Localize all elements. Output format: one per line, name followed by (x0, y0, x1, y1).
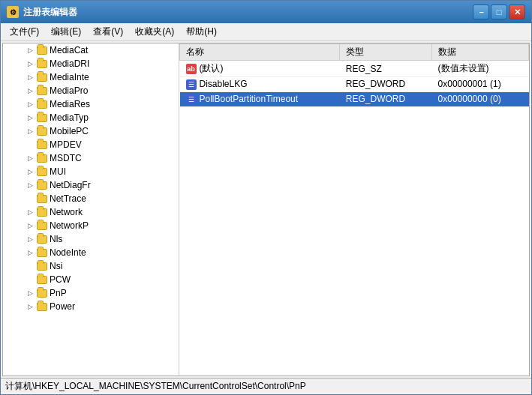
registry-editor-window: ⚙ 注册表编辑器 － □ ✕ 文件(F) 编辑(E) 查看(V) 收藏夹(A) … (0, 0, 532, 395)
folder-icon (36, 99, 48, 109)
registry-tree[interactable]: ▷MediaCat▷MediaDRI▷MediaInte▷MediaPro▷Me… (3, 43, 179, 376)
tree-item-label: MSDTC (50, 153, 82, 163)
tree-item[interactable]: NetTrace (3, 192, 179, 205)
folder-icon (36, 153, 48, 163)
tree-item[interactable]: ▷MUI (3, 165, 179, 178)
table-row[interactable]: ab(默认)REG_SZ(数值未设置) (180, 61, 529, 77)
folder-icon (36, 234, 48, 244)
tree-expand-icon[interactable]: ▷ (24, 98, 36, 110)
tree-item[interactable]: ▷NetDiagFr (3, 178, 179, 192)
tree-item[interactable]: ▷Network (3, 205, 179, 219)
tree-expand-icon[interactable]: ▷ (24, 287, 36, 299)
tree-item[interactable]: ▷MediaCat (3, 43, 179, 57)
tree-item[interactable]: Nsi (3, 259, 179, 273)
tree-item[interactable]: ▷MediaPro (3, 84, 179, 97)
tree-item[interactable]: ▷Power (3, 300, 179, 313)
tree-item-label: PCW (50, 274, 71, 285)
window-controls: － □ ✕ (473, 4, 525, 19)
app-icon: ⚙ (7, 6, 19, 18)
tree-item[interactable]: PCW (3, 273, 179, 286)
tree-item-label: Power (50, 301, 75, 312)
tree-item-label: Nls (50, 234, 62, 244)
tree-item[interactable]: ▷MediaRes (3, 97, 179, 111)
reg-default-icon: ab (186, 64, 197, 74)
tree-item[interactable]: ▷PnP (3, 286, 179, 300)
tree-expand-icon[interactable]: ▷ (24, 112, 36, 124)
folder-icon (36, 261, 48, 271)
tree-item-label: MPDEV (50, 139, 82, 150)
tree-expand-icon[interactable] (24, 274, 36, 286)
folder-icon (36, 288, 48, 298)
tree-item-label: Nsi (50, 261, 62, 271)
folder-icon (36, 274, 48, 285)
tree-expand-icon[interactable]: ▷ (24, 85, 36, 97)
folder-icon (36, 247, 48, 258)
tree-item[interactable]: MPDEV (3, 138, 179, 151)
table-row[interactable]: ☰PollBootPartitionTimeoutREG_DWORD0x0000… (180, 91, 529, 106)
col-header-name[interactable]: 名称 (180, 44, 340, 61)
folder-icon (36, 126, 48, 136)
menu-edit[interactable]: 编辑(E) (45, 24, 87, 40)
reg-value-data: (数值未设置) (432, 61, 529, 77)
tree-expand-icon[interactable] (24, 193, 36, 205)
reg-dword-icon: ☰ (186, 94, 197, 105)
menu-help[interactable]: 帮助(H) (180, 24, 223, 40)
menu-favorites[interactable]: 收藏夹(A) (129, 24, 180, 40)
reg-value-name: ☰DisableLKG (180, 77, 340, 92)
tree-expand-icon[interactable]: ▷ (24, 152, 36, 164)
tree-item[interactable]: ▷MSDTC (3, 151, 179, 165)
tree-item-label: MobilePC (50, 126, 89, 136)
table-row[interactable]: ☰DisableLKGREG_DWORD0x00000001 (1) (180, 77, 529, 92)
registry-values-panel[interactable]: 名称 类型 数据 ab(默认)REG_SZ(数值未设置)☰DisableLKGR… (179, 43, 529, 376)
menu-file[interactable]: 文件(F) (4, 24, 45, 40)
tree-expand-icon[interactable]: ▷ (24, 179, 36, 191)
menu-view[interactable]: 查看(V) (87, 24, 129, 40)
tree-item-label: MediaDRI (50, 58, 89, 69)
tree-item[interactable]: ▷NodeInte (3, 246, 179, 259)
minimize-button[interactable]: － (473, 4, 489, 19)
tree-expand-icon[interactable]: ▷ (24, 58, 36, 70)
tree-expand-icon[interactable] (24, 139, 36, 151)
tree-expand-icon[interactable] (24, 260, 36, 272)
tree-expand-icon[interactable]: ▷ (24, 44, 36, 56)
reg-value-type: REG_DWORD (340, 77, 432, 92)
folder-icon (36, 220, 48, 231)
tree-expand-icon[interactable]: ▷ (24, 247, 36, 259)
status-bar: 计算机\HKEY_LOCAL_MACHINE\SYSTEM\CurrentCon… (1, 378, 531, 394)
tree-item[interactable]: ▷MobilePC (3, 124, 179, 138)
col-header-data[interactable]: 数据 (432, 44, 529, 61)
folder-icon (36, 58, 48, 69)
tree-item-label: MediaRes (50, 99, 90, 109)
tree-item-label: Network (50, 207, 83, 217)
tree-expand-icon[interactable]: ▷ (24, 301, 36, 313)
tree-expand-icon[interactable]: ▷ (24, 206, 36, 218)
tree-item[interactable]: ▷NetworkP (3, 219, 179, 232)
col-header-type[interactable]: 类型 (340, 44, 432, 61)
tree-expand-icon[interactable]: ▷ (24, 220, 36, 232)
reg-value-name: ab(默认) (180, 61, 340, 77)
tree-item-label: MediaCat (50, 45, 88, 55)
tree-expand-icon[interactable]: ▷ (24, 125, 36, 137)
tree-item[interactable]: ▷Nls (3, 232, 179, 246)
folder-icon (36, 193, 48, 204)
tree-item[interactable]: ▷MediaTyp (3, 111, 179, 124)
tree-expand-icon[interactable]: ▷ (24, 71, 36, 83)
tree-item[interactable]: ▷MediaInte (3, 70, 179, 84)
tree-expand-icon[interactable]: ▷ (24, 233, 36, 245)
folder-icon (36, 166, 48, 177)
folder-icon (36, 301, 48, 312)
tree-item[interactable]: ▷MediaDRI (3, 57, 179, 70)
registry-table: 名称 类型 数据 ab(默认)REG_SZ(数值未设置)☰DisableLKGR… (179, 43, 529, 107)
maximize-button[interactable]: □ (491, 4, 507, 19)
folder-icon (36, 85, 48, 96)
tree-expand-icon[interactable]: ▷ (24, 166, 36, 178)
reg-value-type: REG_DWORD (340, 91, 432, 106)
reg-value-name: ☰PollBootPartitionTimeout (180, 91, 340, 106)
reg-value-data: 0x00000001 (1) (432, 77, 529, 92)
reg-value-type: REG_SZ (340, 61, 432, 77)
close-button[interactable]: ✕ (509, 4, 525, 19)
main-content: ▷MediaCat▷MediaDRI▷MediaInte▷MediaPro▷Me… (2, 43, 530, 376)
menu-bar: 文件(F) 编辑(E) 查看(V) 收藏夹(A) 帮助(H) (1, 23, 531, 41)
tree-item-label: NetworkP (50, 220, 89, 231)
title-bar: ⚙ 注册表编辑器 － □ ✕ (1, 1, 531, 23)
